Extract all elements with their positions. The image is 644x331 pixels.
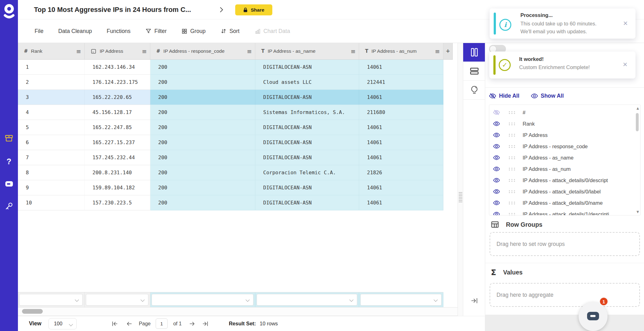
table-cell[interactable]: 200 <box>150 180 255 195</box>
table-cell[interactable]: 14061 <box>359 90 443 105</box>
drag-handle-icon[interactable] <box>508 190 516 194</box>
table-cell[interactable]: 200 <box>150 165 255 180</box>
toast-close-icon[interactable]: ✕ <box>623 61 628 68</box>
drag-handle-icon[interactable] <box>508 212 516 216</box>
field-item-ip-address-attack-details-0-descript[interactable]: IP Address - attack_details/0/descript <box>489 175 640 186</box>
values-dropzone[interactable]: Drag here to aggregate <box>490 283 640 307</box>
field-item-ip-address-attack-details-0-name[interactable]: IP Address - attack_details/0/name <box>489 197 640 209</box>
scroll-up-icon[interactable]: ▲ <box>636 106 639 110</box>
table-cell[interactable]: 14061 <box>359 195 443 210</box>
table-cell[interactable]: 212441 <box>359 75 443 90</box>
field-item-ip-address-attack-details-1-descripti[interactable]: IP Address - attack_details/1/descripti <box>489 209 640 215</box>
eye-icon[interactable] <box>493 166 501 172</box>
table-cell[interactable]: 14061 <box>359 180 443 195</box>
column-menu-icon[interactable]: ≡ <box>74 48 81 55</box>
table-row[interactable]: 7157.245.232.44200DIGITALOCEAN-ASN14061 <box>18 150 443 165</box>
table-cell[interactable]: 6 <box>18 135 85 150</box>
table-row[interactable]: 1162.243.146.34200DIGITALOCEAN-ASN14061 <box>18 60 443 75</box>
api-key-icon[interactable] <box>0 198 18 214</box>
table-cell[interactable]: 159.89.104.182 <box>85 180 150 195</box>
eye-icon[interactable] <box>493 199 501 206</box>
table-row[interactable]: 5165.22.247.85200DIGITALOCEAN-ASN14061 <box>18 120 443 135</box>
table-cell[interactable]: Cloud assets LLC <box>255 75 359 90</box>
table-cell[interactable]: 1 <box>18 60 85 75</box>
eye-icon[interactable] <box>493 143 501 150</box>
table-cell[interactable]: 3 <box>18 90 85 105</box>
field-item-[interactable]: # <box>489 107 640 118</box>
gigasheet-logo-icon[interactable] <box>3 3 16 21</box>
field-item-ip-address-as-num[interactable]: IP Address - as_num <box>489 163 640 175</box>
column-menu-icon[interactable]: ≡ <box>244 48 252 55</box>
drag-handle-icon[interactable] <box>508 167 516 171</box>
page-number-input[interactable] <box>156 318 168 329</box>
table-cell[interactable]: Sistemas Informaticos, S.A. <box>255 105 359 120</box>
collapse-panel-button[interactable] <box>463 293 485 308</box>
column-filter-select[interactable] <box>152 294 253 306</box>
table-cell[interactable]: 176.124.223.175 <box>85 75 150 90</box>
table-row[interactable]: 3165.22.220.65200DIGITALOCEAN-ASN14061 <box>18 90 443 105</box>
eye-icon[interactable] <box>493 188 501 195</box>
table-cell[interactable]: 200 <box>150 60 255 75</box>
eye-icon[interactable] <box>493 154 501 161</box>
drag-handle-icon[interactable] <box>508 144 516 149</box>
table-cell[interactable]: DIGITALOCEAN-ASN <box>255 135 359 150</box>
menu-item-chart-data[interactable]: Chart Data <box>254 28 290 35</box>
column-filter-select[interactable] <box>360 294 441 306</box>
table-cell[interactable]: 165.22.220.65 <box>85 90 150 105</box>
first-page-button[interactable] <box>111 320 118 327</box>
column-header-ip-address-as-num[interactable]: TIP Address - as_num≡ <box>359 43 443 60</box>
table-cell[interactable]: 162.243.146.34 <box>85 60 150 75</box>
table-row[interactable]: 2176.124.223.175200Cloud assets LLC21244… <box>18 75 443 90</box>
table-cell[interactable]: 14061 <box>359 60 443 75</box>
table-cell[interactable]: 9 <box>18 180 85 195</box>
table-row[interactable]: 445.156.128.17200Sistemas Informaticos, … <box>18 105 443 120</box>
menu-item-data-cleanup[interactable]: Data Cleanup <box>58 28 92 35</box>
eye-off-icon[interactable] <box>493 109 501 116</box>
row-groups-dropzone[interactable]: Drag here to set row groups <box>490 232 640 256</box>
table-cell[interactable]: 200 <box>150 120 255 135</box>
table-cell[interactable]: 157.245.232.44 <box>85 150 150 165</box>
table-cell[interactable]: 7 <box>18 150 85 165</box>
column-filter-select[interactable] <box>86 294 148 306</box>
table-cell[interactable]: 211680 <box>359 105 443 120</box>
table-cell[interactable]: 200 <box>150 195 255 210</box>
last-page-button[interactable] <box>202 320 209 327</box>
table-row[interactable]: 10157.230.223.5200DIGITALOCEAN-ASN14061 <box>18 195 443 210</box>
table-cell[interactable]: 165.227.15.237 <box>85 135 150 150</box>
tab-insights[interactable] <box>463 81 485 100</box>
chat-widget-button[interactable]: 1 <box>579 302 608 331</box>
table-cell[interactable]: 45.156.128.17 <box>85 105 150 120</box>
table-cell[interactable]: 4 <box>18 105 85 120</box>
drag-handle-icon[interactable] <box>508 133 516 137</box>
library-box-icon[interactable] <box>0 131 18 146</box>
menu-item-functions[interactable]: Functions <box>107 28 130 35</box>
table-cell[interactable]: 10 <box>18 195 85 210</box>
menu-item-file[interactable]: File <box>35 28 43 35</box>
table-cell[interactable]: DIGITALOCEAN-ASN <box>255 60 359 75</box>
table-cell[interactable]: 5 <box>18 120 85 135</box>
field-item-ip-address-as-name[interactable]: IP Address - as_name <box>489 152 640 163</box>
toast-close-icon[interactable]: ✕ <box>623 20 628 27</box>
previous-page-button[interactable] <box>126 320 133 327</box>
tab-rows[interactable] <box>463 62 485 81</box>
show-all-button[interactable]: Show All <box>531 92 564 100</box>
column-header-ip-address-response-code[interactable]: #IP Address - response_code≡ <box>150 43 255 60</box>
drag-handle-icon[interactable] <box>508 156 516 160</box>
drag-handle-icon[interactable] <box>508 122 516 126</box>
menu-item-sort[interactable]: Sort <box>220 28 240 35</box>
column-header-rank[interactable]: #Rank≡ <box>18 43 85 60</box>
table-cell[interactable]: 200 <box>150 135 255 150</box>
share-button[interactable]: Share <box>235 4 272 15</box>
panel-resize-strip[interactable] <box>458 43 463 316</box>
help-icon[interactable]: ? <box>0 154 18 169</box>
table-cell[interactable]: Corporacion Telemic C.A. <box>255 165 359 180</box>
hide-all-button[interactable]: Hide All <box>489 92 519 100</box>
table-cell[interactable]: 8 <box>18 165 85 180</box>
column-header-ip-address[interactable]: IP Address≡ <box>85 43 150 60</box>
column-filter-select[interactable] <box>257 294 357 306</box>
column-menu-icon[interactable]: ≡ <box>139 48 147 55</box>
next-page-button[interactable] <box>189 320 196 327</box>
table-cell[interactable]: 14061 <box>359 150 443 165</box>
table-cell[interactable]: 200 <box>150 90 255 105</box>
table-row[interactable]: 6165.227.15.237200DIGITALOCEAN-ASN14061 <box>18 135 443 150</box>
